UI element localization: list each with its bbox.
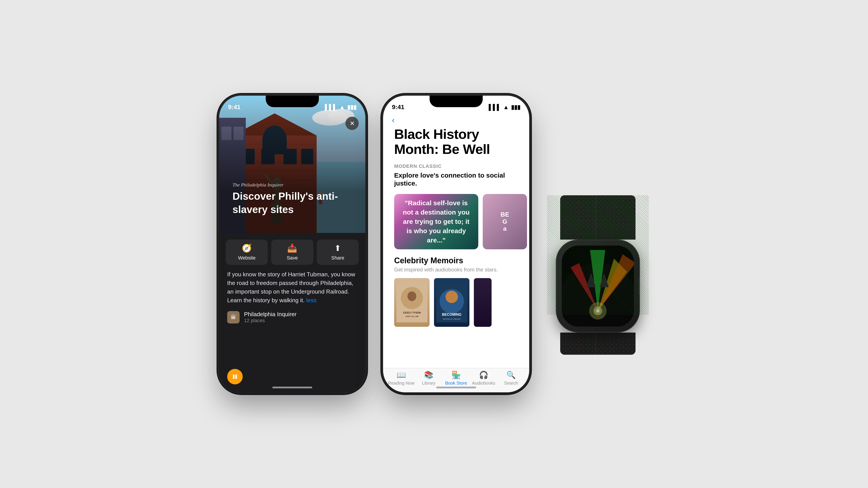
book-cover-cicely[interactable]: CICELY TYSON JUST AS I AM [394, 278, 430, 327]
maps-time: 9:41 [228, 103, 241, 111]
audiobooks-icon: 🎧 [479, 370, 488, 379]
close-button[interactable]: ✕ [345, 117, 359, 130]
maps-source-row: 🏛 Philadelphia Inquirer 12 places [219, 305, 365, 330]
books-notch [430, 96, 483, 107]
tab-audiobooks[interactable]: 🎧 Audiobooks [470, 370, 497, 386]
tab-book-store[interactable]: 🏪 Book Store [442, 370, 470, 386]
books-main-content: Black History Month: Be Well MODERN CLAS… [383, 113, 529, 368]
maps-description: If you know the story of Harriet Tubman,… [219, 270, 365, 305]
maps-hero-bg: The Philadelphia Inquirer Discover Phill… [219, 96, 365, 233]
publication-icon: 🏛 [227, 311, 240, 324]
book-store-icon: 🏪 [452, 370, 461, 379]
bookmark-icon: 📥 [287, 244, 297, 253]
battery-icon: ▮▮▮ [511, 104, 520, 111]
svg-text:The Philadelphia Inquirer: The Philadelphia Inquirer [232, 182, 284, 187]
svg-rect-75 [560, 333, 636, 355]
maps-actions: 🧭 Website 📥 Save ⬆ Share [219, 233, 365, 270]
becoming-cover-art: BECOMING MICHELLE OBAMA [436, 282, 467, 323]
tab-search[interactable]: 🔍 Search [497, 370, 525, 386]
books-status-icons: ▌▌▌ ▲ ▮▮▮ [489, 104, 520, 111]
svg-text:CICELY TYSON: CICELY TYSON [403, 311, 421, 314]
home-indicator [272, 387, 312, 388]
signal-icon: ▌▌▌ [489, 104, 501, 111]
tab-library[interactable]: 📚 Library [415, 370, 442, 386]
books-memoirs-section: Celebrity Memoirs Get inspired with audi… [383, 256, 529, 327]
maps-phone: 9:41 ▌▌▌ ▲ ▮▮▮ [219, 96, 365, 392]
svg-text:slavery sites: slavery sites [232, 204, 293, 215]
cicely-cover-art: CICELY TYSON JUST AS I AM [396, 282, 427, 323]
quote-card[interactable]: "Radical self-love is not a destination … [394, 194, 478, 249]
svg-text:Discover Philly's anti-: Discover Philly's anti- [232, 190, 338, 202]
books-scroll-area: "Radical self-love is not a destination … [383, 194, 529, 249]
watch-band-bottom [560, 333, 636, 355]
pause-button[interactable] [227, 369, 243, 385]
book-cover-becoming[interactable]: BECOMING MICHELLE OBAMA [434, 278, 469, 327]
notch [266, 96, 319, 107]
books-home-indicator [436, 387, 476, 388]
website-button[interactable]: 🧭 Website [226, 240, 268, 265]
share-button[interactable]: ⬆ Share [317, 240, 359, 265]
share-icon: ⬆ [334, 244, 341, 253]
compass-icon: 🧭 [242, 244, 252, 253]
library-icon: 📚 [424, 370, 433, 379]
battery-icon: ▮▮▮ [347, 104, 356, 111]
maps-hero-image: The Philadelphia Inquirer Discover Phill… [219, 96, 365, 233]
maps-status-icons: ▌▌▌ ▲ ▮▮▮ [325, 104, 356, 111]
band-bottom-texture [560, 333, 636, 355]
books-covers: CICELY TYSON JUST AS I AM BECOMING [394, 278, 518, 327]
svg-text:MICHELLE OBAMA: MICHELLE OBAMA [443, 318, 461, 320]
wifi-icon: ▲ [339, 104, 345, 111]
apple-watch [547, 195, 649, 315]
svg-rect-34 [236, 374, 237, 379]
books-tab-bar: 📖 Reading Now 📚 Library 🏪 Book Store 🎧 A… [383, 368, 529, 392]
book-cover-3[interactable] [474, 278, 492, 327]
back-button[interactable]: ‹ [392, 116, 395, 125]
books-time: 9:41 [392, 103, 404, 111]
tab-reading-now[interactable]: 📖 Reading Now [388, 370, 415, 386]
page-title: Black History Month: Be Well [394, 127, 518, 157]
books-phone: 9:41 ▌▌▌ ▲ ▮▮▮ ‹ Black History Month: Be… [383, 96, 529, 392]
svg-text:BECOMING: BECOMING [442, 313, 461, 316]
signal-icon: ▌▌▌ [325, 104, 337, 111]
svg-point-37 [407, 292, 416, 301]
scene: 9:41 ▌▌▌ ▲ ▮▮▮ [0, 0, 868, 488]
quote-card-2-text: BEGa [501, 211, 509, 232]
building-illustration: The Philadelphia Inquirer Discover Phill… [219, 96, 365, 233]
save-button[interactable]: 📥 Save [271, 240, 313, 265]
reading-now-icon: 📖 [397, 370, 406, 379]
svg-point-42 [445, 291, 458, 303]
less-link[interactable]: less [306, 297, 316, 304]
search-icon: 🔍 [506, 370, 516, 379]
quote-card-2[interactable]: BEGa [483, 194, 527, 249]
watch-container [547, 195, 649, 315]
books-header: Black History Month: Be Well [383, 113, 529, 163]
pause-icon [232, 373, 238, 380]
wifi-icon: ▲ [503, 104, 509, 111]
svg-text:JUST AS I AM: JUST AS I AM [405, 315, 418, 317]
books-section-1: MODERN CLASSIC Explore love's connection… [383, 163, 529, 187]
svg-rect-33 [233, 374, 235, 379]
maps-content: The Philadelphia Inquirer Discover Phill… [219, 96, 365, 392]
maps-source-info: Philadelphia Inquirer 12 places [244, 311, 297, 324]
